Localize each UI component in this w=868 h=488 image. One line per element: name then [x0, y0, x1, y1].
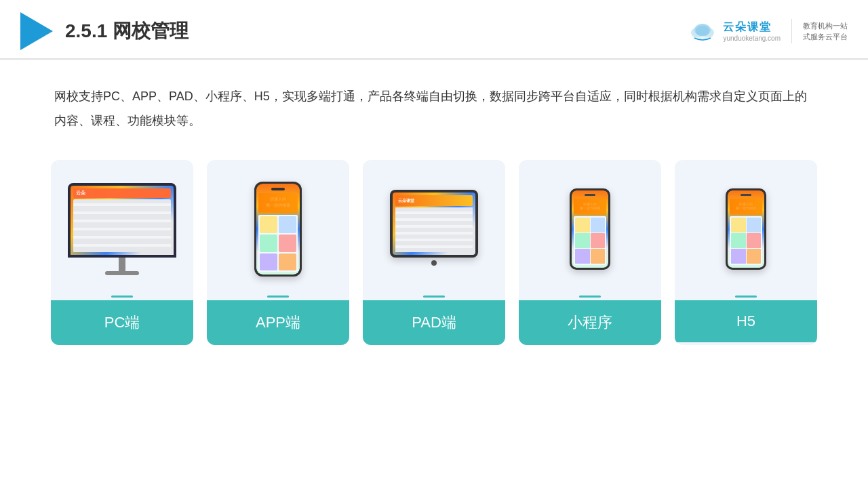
- page-title-text: 网校管理: [113, 20, 189, 41]
- tablet-pad: 云朵课堂: [390, 190, 478, 258]
- card-pad-image: 云朵课堂: [363, 160, 505, 296]
- card-mini-image: 职通人的第一堂均销课: [519, 160, 661, 296]
- device-tablet-pad: 云朵课堂: [390, 190, 478, 268]
- description: 网校支持PC、APP、PAD、小程序、H5，实现多端打通，产品各终端自由切换，数…: [0, 60, 868, 146]
- svg-point-4: [696, 26, 709, 37]
- card-app-image: 职通人的第一堂均销课: [207, 160, 349, 296]
- card-pad: 云朵课堂: [363, 160, 505, 345]
- card-pc-divider: [111, 296, 133, 298]
- device-phone-app: 职通人的第一堂均销课: [254, 182, 302, 277]
- card-app: 职通人的第一堂均销课: [207, 160, 349, 345]
- monitor-base: [105, 271, 139, 275]
- card-pc-label: PC端: [51, 300, 193, 345]
- logo-triangle-icon: [20, 12, 53, 50]
- card-mini-label: 小程序: [519, 300, 661, 345]
- card-pc-image: 云朵: [51, 160, 193, 296]
- phone-h5-screen: 职通人的第一堂均销课: [728, 190, 764, 268]
- description-text: 网校支持PC、APP、PAD、小程序、H5，实现多端打通，产品各终端自由切换，数…: [54, 84, 814, 133]
- device-pc: 云朵: [68, 183, 176, 275]
- card-h5-image: 职通人的第一堂均销课: [675, 160, 817, 296]
- brand-cloud-icon: [688, 19, 717, 43]
- brand-divider: [791, 19, 792, 43]
- header-left: 2.5.1 网校管理: [20, 12, 189, 50]
- page-title: 2.5.1 网校管理: [65, 18, 189, 44]
- card-h5-label: H5: [675, 300, 817, 342]
- brand-name: 云朵课堂: [723, 20, 772, 35]
- monitor: 云朵: [68, 183, 176, 258]
- monitor-screen: 云朵: [71, 186, 174, 255]
- header: 2.5.1 网校管理 云朵课堂 yunduoketang.com 教育机构一站式…: [0, 0, 868, 60]
- card-app-label: APP端: [207, 300, 349, 345]
- page-number: 2.5.1: [65, 20, 107, 41]
- phone-app-screen: 职通人的第一堂均销课: [256, 184, 300, 274]
- tablet-home-button: [431, 260, 437, 266]
- brand-slogan: 教育机构一站式服务云平台: [803, 20, 848, 43]
- card-h5: 职通人的第一堂均销课: [675, 160, 817, 345]
- device-phone-h5: 职通人的第一堂均销课: [726, 188, 766, 270]
- tablet-pad-screen: 云朵课堂: [393, 192, 475, 255]
- card-pad-divider: [423, 296, 445, 298]
- phone-h5: 职通人的第一堂均销课: [726, 188, 766, 270]
- cards-container: 云朵: [0, 146, 868, 345]
- brand-text: 云朵课堂 yunduoketang.com: [723, 20, 781, 42]
- monitor-stand: [119, 258, 125, 271]
- phone-app: 职通人的第一堂均销课: [254, 182, 302, 277]
- card-mini-divider: [579, 296, 601, 298]
- phone-mini-screen: 职通人的第一堂均销课: [572, 190, 608, 268]
- card-pad-label: PAD端: [363, 300, 505, 345]
- phone-mini: 职通人的第一堂均销课: [570, 188, 610, 270]
- brand-logo: 云朵课堂 yunduoketang.com 教育机构一站式服务云平台: [688, 19, 848, 43]
- card-app-divider: [267, 296, 289, 298]
- card-h5-divider: [735, 296, 757, 298]
- device-phone-mini: 职通人的第一堂均销课: [570, 188, 610, 270]
- brand-url: yunduoketang.com: [723, 35, 781, 42]
- card-mini: 职通人的第一堂均销课: [519, 160, 661, 345]
- card-pc: 云朵: [51, 160, 193, 345]
